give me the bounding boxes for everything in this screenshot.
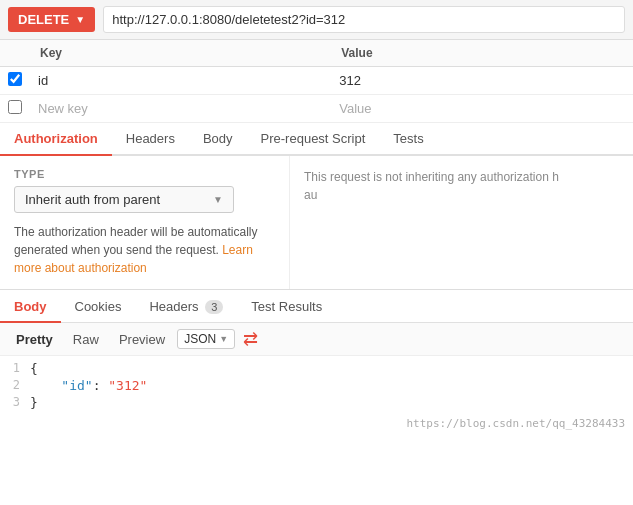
code-line-1: 1 {: [0, 360, 633, 377]
resp-tab-headers[interactable]: Headers 3: [135, 292, 237, 323]
json-value: "312": [108, 378, 147, 393]
json-colon: :: [93, 378, 109, 393]
json-key: "id": [61, 378, 92, 393]
resp-tab-cookies[interactable]: Cookies: [61, 292, 136, 323]
format-bar: Pretty Raw Preview JSON ▼ ⇄: [0, 323, 633, 356]
code-brace-close: }: [30, 395, 38, 410]
url-input[interactable]: [103, 6, 625, 33]
resp-tab-test-results[interactable]: Test Results: [237, 292, 336, 323]
top-bar: DELETE ▼: [0, 0, 633, 40]
auth-desc-text: The authorization header will be automat…: [14, 225, 257, 257]
auth-right-panel: This request is not inheriting any autho…: [290, 156, 633, 289]
auth-section: TYPE Inherit auth from parent ▼ The auth…: [0, 156, 633, 290]
method-button[interactable]: DELETE ▼: [8, 7, 95, 32]
code-line-2: 2 "id": "312": [0, 377, 633, 394]
preview-button[interactable]: Preview: [111, 329, 173, 350]
table-row-new: New key Value: [0, 95, 633, 123]
code-key-value: "id": "312": [30, 378, 147, 393]
line-number-2: 2: [0, 378, 30, 392]
auth-type-dropdown[interactable]: Inherit auth from parent ▼: [14, 186, 234, 213]
auth-type-value: Inherit auth from parent: [25, 192, 160, 207]
headers-badge: 3: [205, 300, 223, 314]
new-row-checkbox-cell[interactable]: [0, 95, 30, 123]
key-cell: id: [30, 67, 331, 95]
table-row: id 312: [0, 67, 633, 95]
code-area: 1 { 2 "id": "312" 3 } https://blog.csdn.…: [0, 356, 633, 436]
value-cell: 312: [331, 67, 633, 95]
code-brace-open: {: [30, 361, 38, 376]
type-label: TYPE: [14, 168, 275, 180]
chevron-down-icon: ▼: [213, 194, 223, 205]
tab-pre-request-script[interactable]: Pre-request Script: [247, 123, 380, 156]
request-tabs-bar: Authorization Headers Body Pre-request S…: [0, 123, 633, 156]
response-tabs-bar: Body Cookies Headers 3 Test Results: [0, 290, 633, 323]
code-line-3: 3 }: [0, 394, 633, 411]
new-key-cell[interactable]: New key: [30, 95, 331, 123]
resp-tab-body[interactable]: Body: [0, 292, 61, 323]
key-column-header: Key: [30, 40, 331, 67]
method-dropdown-arrow: ▼: [75, 14, 85, 25]
raw-button[interactable]: Raw: [65, 329, 107, 350]
auth-right-text: This request is not inheriting any autho…: [304, 168, 619, 204]
tab-headers[interactable]: Headers: [112, 123, 189, 156]
line-number-1: 1: [0, 361, 30, 375]
format-dropdown[interactable]: JSON ▼: [177, 329, 235, 349]
tab-authorization[interactable]: Authorization: [0, 123, 112, 156]
format-dropdown-value: JSON: [184, 332, 216, 346]
pretty-button[interactable]: Pretty: [8, 329, 61, 350]
wrap-icon[interactable]: ⇄: [243, 328, 258, 350]
auth-description: The authorization header will be automat…: [14, 223, 275, 277]
new-row-checkbox[interactable]: [8, 100, 22, 114]
auth-left-panel: TYPE Inherit auth from parent ▼ The auth…: [0, 156, 290, 289]
new-value-cell[interactable]: Value: [331, 95, 633, 123]
watermark: https://blog.csdn.net/qq_43284433: [406, 417, 625, 430]
checkbox-header: [0, 40, 30, 67]
tab-tests[interactable]: Tests: [379, 123, 437, 156]
tab-body[interactable]: Body: [189, 123, 247, 156]
line-number-3: 3: [0, 395, 30, 409]
method-label: DELETE: [18, 12, 69, 27]
value-column-header: Value: [331, 40, 633, 67]
row-checkbox-cell[interactable]: [0, 67, 30, 95]
row-checkbox[interactable]: [8, 72, 22, 86]
params-table: Key Value id 312 New key Value: [0, 40, 633, 123]
format-chevron-icon: ▼: [219, 334, 228, 344]
